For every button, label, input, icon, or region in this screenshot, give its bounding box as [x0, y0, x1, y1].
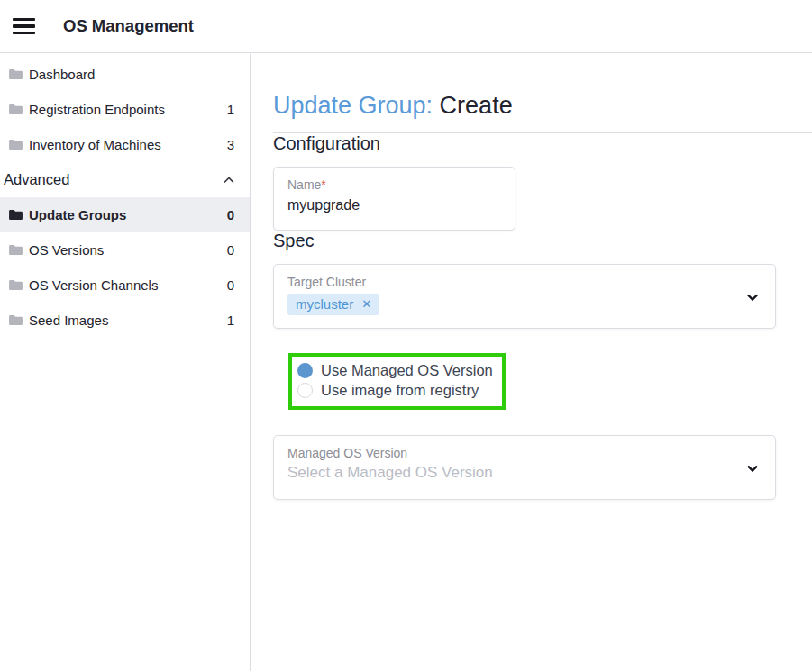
folder-icon [9, 314, 23, 326]
radio-use-image-from-registry[interactable]: Use image from registry [297, 382, 493, 399]
page-title-suffix: Create [433, 92, 513, 119]
sidebar-item-count: 3 [227, 137, 234, 152]
sidebar-item-count: 0 [227, 207, 234, 222]
sidebar-item-inventory-of-machines[interactable]: Inventory of Machines 3 [0, 127, 250, 162]
radio-label: Use image from registry [321, 382, 479, 399]
sidebar-item-os-versions[interactable]: OS Versions 0 [0, 232, 250, 267]
radio-unselected-icon[interactable] [297, 383, 313, 398]
app-header: OS Management [0, 0, 812, 53]
sidebar-group-advanced[interactable]: Advanced [0, 162, 250, 197]
main-panel: Update Group: Create Configuration Name*… [251, 54, 812, 671]
sidebar-item-label: OS Versions [29, 242, 104, 258]
spec-heading: Spec [273, 231, 812, 251]
sidebar-group-label: Advanced [4, 171, 69, 188]
name-value: myupgrade [287, 197, 506, 213]
radio-selected-icon[interactable] [297, 363, 313, 378]
chevron-up-icon [222, 173, 236, 187]
configuration-heading: Configuration [273, 133, 812, 154]
sidebar-item-dashboard[interactable]: Dashboard [0, 57, 250, 92]
managed-os-version-label: Managed OS Version [287, 446, 735, 460]
target-cluster-label: Target Cluster [287, 275, 735, 289]
required-asterisk: * [321, 177, 325, 192]
chevron-down-icon [745, 461, 760, 476]
name-field[interactable]: Name* myupgrade [273, 167, 515, 231]
folder-icon [9, 68, 23, 80]
page-title: Update Group: Create [273, 92, 812, 120]
folder-icon [9, 244, 23, 256]
radio-label: Use Managed OS Version [321, 362, 493, 379]
chevron-down-icon [745, 290, 760, 304]
folder-icon [9, 209, 23, 221]
sidebar-item-seed-images[interactable]: Seed Images 1 [0, 303, 250, 338]
sidebar-item-label: OS Version Channels [29, 277, 158, 293]
chip-label: mycluster [296, 296, 353, 312]
menu-icon[interactable] [13, 18, 35, 35]
sidebar-item-update-groups[interactable]: Update Groups 0 [0, 197, 250, 232]
sidebar-item-label: Registration Endpoints [29, 102, 165, 117]
managed-os-version-select[interactable]: Managed OS Version Select a Managed OS V… [273, 435, 776, 500]
folder-icon [9, 139, 23, 150]
sidebar-item-label: Update Groups [29, 207, 126, 222]
page-title-prefix: Update Group: [273, 92, 433, 119]
chip-remove-icon[interactable]: ✕ [361, 298, 371, 310]
radio-use-managed-os-version[interactable]: Use Managed OS Version [297, 362, 493, 379]
sidebar-item-label: Dashboard [29, 67, 95, 82]
managed-os-version-placeholder: Select a Managed OS Version [287, 464, 735, 482]
sidebar-item-count: 0 [227, 242, 234, 258]
sidebar-item-label: Seed Images [29, 313, 108, 328]
folder-icon [9, 104, 23, 115]
sidebar-item-label: Inventory of Machines [29, 137, 161, 152]
sidebar: Dashboard Registration Endpoints 1 Inven… [0, 54, 251, 671]
sidebar-item-count: 0 [227, 277, 234, 293]
app-title: OS Management [63, 16, 194, 36]
annotation-highlight-box: Use Managed OS Version Use image from re… [288, 353, 506, 410]
folder-icon [9, 279, 23, 291]
target-cluster-chip: mycluster ✕ [287, 294, 379, 315]
sidebar-item-os-version-channels[interactable]: OS Version Channels 0 [0, 267, 250, 303]
sidebar-item-count: 1 [227, 313, 234, 328]
sidebar-item-registration-endpoints[interactable]: Registration Endpoints 1 [0, 92, 250, 127]
target-cluster-select[interactable]: Target Cluster mycluster ✕ [273, 264, 776, 329]
name-label: Name* [287, 177, 506, 192]
sidebar-item-count: 1 [227, 102, 234, 117]
